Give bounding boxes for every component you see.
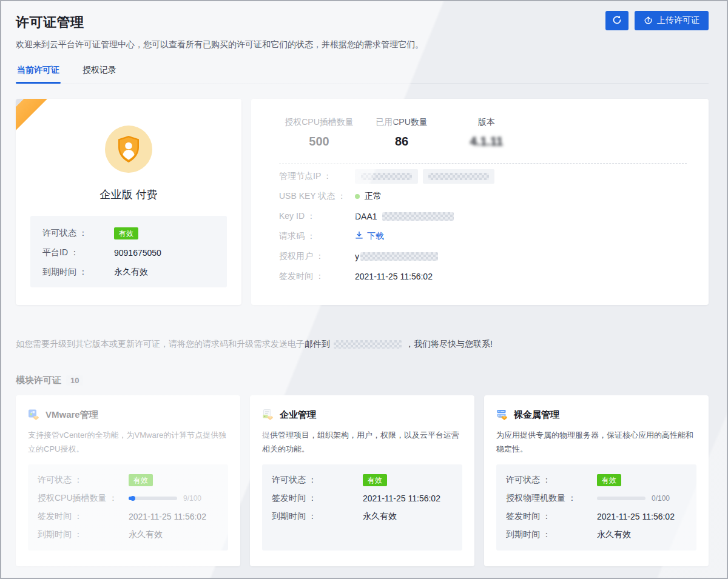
usb-key-status-label: USB KEY 状态 ： bbox=[279, 191, 355, 202]
expire-time-label: 到期时间 ： bbox=[42, 267, 114, 278]
module-expire-time-label: 到期时间 ： bbox=[38, 529, 129, 540]
stat-version: 版本 4.1.11 bbox=[444, 117, 529, 149]
module-expire-time-label: 到期时间 ： bbox=[272, 511, 363, 522]
module-status-badge: 有效 bbox=[129, 474, 153, 486]
usb-key-status-value: 正常 bbox=[365, 191, 382, 202]
module-issue-time-value: 2021-11-25 11:56:02 bbox=[363, 494, 440, 503]
tab-current-license[interactable]: 当前许可证 bbox=[16, 65, 61, 83]
module-quota-label: 授权CPU插槽数量 ： bbox=[38, 493, 129, 504]
stat-label: 授权CPU插槽数量 bbox=[279, 117, 359, 128]
quota-progress-bar bbox=[129, 497, 177, 500]
module-status-label: 许可状态 ： bbox=[506, 475, 597, 486]
key-id-prefix: DAA1 bbox=[355, 212, 377, 221]
stat-value: 500 bbox=[279, 135, 359, 149]
module-status-row: 许可状态 ： 有效 bbox=[272, 471, 453, 489]
module-expire-time-value: 永久有效 bbox=[363, 511, 397, 522]
module-quota-label: 授权物理机数量 ： bbox=[506, 493, 597, 504]
authorized-user-label: 授权用户 ： bbox=[279, 251, 355, 262]
stat-label: 版本 bbox=[444, 117, 529, 128]
module-expire-time-value: 永久有效 bbox=[597, 529, 631, 540]
authorized-user-prefix: y bbox=[355, 252, 359, 261]
module-card-enterprise: 企业管理 提供管理项目，组织架构，用户，权限，以及云平台运营相关的功能。 许可状… bbox=[250, 395, 474, 566]
expire-time-value: 永久有效 bbox=[114, 267, 148, 278]
module-status-label: 许可状态 ： bbox=[272, 475, 363, 486]
upgrade-note-text-after: ，我们将尽快与您联系! bbox=[405, 339, 493, 350]
header-actions: 上传许可证 bbox=[605, 11, 709, 30]
module-issue-time-label: 签发时间 ： bbox=[272, 493, 363, 504]
quota-progress-bar bbox=[597, 497, 645, 500]
module-cards-row: VMware管理 支持接管vCenter的全功能，为VMware的计算节点提供独… bbox=[16, 395, 709, 566]
mgmt-node-ip-row: 管理节点IP ： bbox=[279, 166, 687, 186]
stat-value-masked: 4.1.11 bbox=[444, 135, 529, 149]
stat-value: 86 bbox=[359, 135, 444, 149]
module-status-badge: 有效 bbox=[363, 474, 387, 486]
module-issue-time-label: 签发时间 ： bbox=[38, 511, 129, 522]
download-request-code-link[interactable]: 下载 bbox=[355, 231, 384, 242]
baremetal-module-icon bbox=[496, 409, 508, 421]
platform-id-row: 平台ID ： 9091675050 bbox=[42, 246, 215, 260]
module-expire-time-row: 到期时间 ： 永久有效 bbox=[272, 507, 453, 526]
enterprise-module-icon bbox=[262, 409, 274, 421]
download-link-label: 下载 bbox=[367, 231, 384, 242]
upload-button-label: 上传许可证 bbox=[657, 15, 699, 26]
contact-email-masked bbox=[334, 340, 402, 349]
license-edition: 企业版 付费 bbox=[16, 187, 241, 202]
vmware-module-icon bbox=[28, 409, 40, 421]
download-icon bbox=[355, 231, 363, 241]
authorized-user-row: 授权用户 ： y bbox=[279, 246, 687, 266]
module-issue-time-row: 签发时间 ： 2021-11-25 11:56:02 bbox=[272, 489, 453, 507]
module-card-header: 企业管理 bbox=[262, 409, 462, 421]
license-management-page: 许可证管理 欢迎来到云平台许可证管理中心，您可以查看所有已购买的许可证和它们的状… bbox=[0, 0, 728, 579]
license-status-row: 许可状态 ： 有效 bbox=[42, 226, 215, 241]
page-title: 许可证管理 bbox=[16, 13, 709, 32]
stat-label: 已用CPU数量 bbox=[359, 117, 444, 128]
dashed-divider bbox=[279, 163, 687, 164]
key-id-row: Key ID ： DAA1 bbox=[279, 206, 687, 226]
mgmt-node-ip-label: 管理节点IP ： bbox=[279, 171, 355, 182]
license-shield-icon bbox=[105, 126, 152, 173]
module-status-badge: 有效 bbox=[597, 474, 621, 486]
license-status-label: 许可状态 ： bbox=[42, 228, 114, 239]
expire-time-row: 到期时间 ： 永久有效 bbox=[42, 265, 215, 279]
issue-time-label: 签发时间 ： bbox=[279, 271, 355, 282]
request-code-row: 请求码 ： 下载 bbox=[279, 226, 687, 246]
license-summary-card: 企业版 付费 许可状态 ： 有效 平台ID ： 9091675050 到期时间 … bbox=[16, 99, 241, 305]
tab-authorization-records[interactable]: 授权记录 bbox=[81, 65, 118, 83]
platform-id-value: 9091675050 bbox=[114, 248, 161, 258]
module-card-baremetal: 裸金属管理 为应用提供专属的物理服务器，保证核心应用的高性能和稳定性。 许可状态… bbox=[484, 395, 709, 566]
module-licenses-section-header: 模块许可证 10 bbox=[16, 375, 709, 386]
module-issue-time-value: 2021-11-25 11:56:02 bbox=[597, 512, 675, 521]
module-quota-row: 授权CPU插槽数量 ： 9/100 bbox=[38, 489, 218, 507]
upgrade-note-text-before: 如您需要升级到其它版本或更新许可证，请将您的请求码和升级需求发送电子邮件到 bbox=[16, 339, 330, 350]
module-expire-time-value: 永久有效 bbox=[129, 529, 163, 540]
module-status-label: 许可状态 ： bbox=[38, 475, 129, 486]
usb-key-status-row: USB KEY 状态 ： 正常 bbox=[279, 186, 687, 206]
module-title: 裸金属管理 bbox=[514, 409, 559, 421]
mgmt-node-ip-2 bbox=[423, 169, 494, 184]
quota-progress-text: 9/100 bbox=[183, 494, 201, 503]
quota-progress-text: 0/100 bbox=[652, 494, 670, 503]
request-code-label: 请求码 ： bbox=[279, 231, 355, 242]
module-expire-time-label: 到期时间 ： bbox=[506, 529, 597, 540]
module-card-header: 裸金属管理 bbox=[496, 409, 696, 421]
authorized-user-masked bbox=[360, 252, 438, 261]
module-expire-time-row: 到期时间 ： 永久有效 bbox=[506, 526, 687, 544]
refresh-button[interactable] bbox=[605, 11, 629, 30]
module-info-panel: 许可状态 ： 有效 授权CPU插槽数量 ： 9/100 签发时间 ： 2021-… bbox=[28, 464, 228, 551]
module-info-panel: 许可状态 ： 有效 授权物理机数量 ： 0/100 签发时间 ： 2021-11… bbox=[496, 464, 696, 551]
upload-icon bbox=[644, 15, 653, 26]
module-licenses-count-badge: 10 bbox=[66, 375, 83, 386]
module-expire-time-row: 到期时间 ： 永久有效 bbox=[38, 526, 218, 544]
stat-authorized-cpu-sockets: 授权CPU插槽数量 500 bbox=[279, 117, 359, 149]
module-issue-time-row: 签发时间 ： 2021-11-25 11:56:02 bbox=[506, 507, 687, 526]
module-status-row: 许可状态 ： 有效 bbox=[506, 471, 687, 489]
page-header: 许可证管理 欢迎来到云平台许可证管理中心，您可以查看所有已购买的许可证和它们的状… bbox=[16, 1, 709, 50]
module-title: 企业管理 bbox=[280, 409, 316, 421]
module-info-panel: 许可状态 ： 有效 签发时间 ： 2021-11-25 11:56:02 到期时… bbox=[262, 464, 462, 551]
license-overview-row: 企业版 付费 许可状态 ： 有效 平台ID ： 9091675050 到期时间 … bbox=[16, 99, 709, 305]
tab-bar: 当前许可证 授权记录 bbox=[16, 65, 709, 84]
module-issue-time-row: 签发时间 ： 2021-11-25 11:56:02 bbox=[38, 507, 218, 526]
mgmt-node-ip-1 bbox=[355, 169, 418, 184]
upgrade-note: 如您需要升级到其它版本或更新许可证，请将您的请求码和升级需求发送电子邮件到 ，我… bbox=[16, 339, 709, 350]
upload-license-button[interactable]: 上传许可证 bbox=[635, 11, 709, 30]
